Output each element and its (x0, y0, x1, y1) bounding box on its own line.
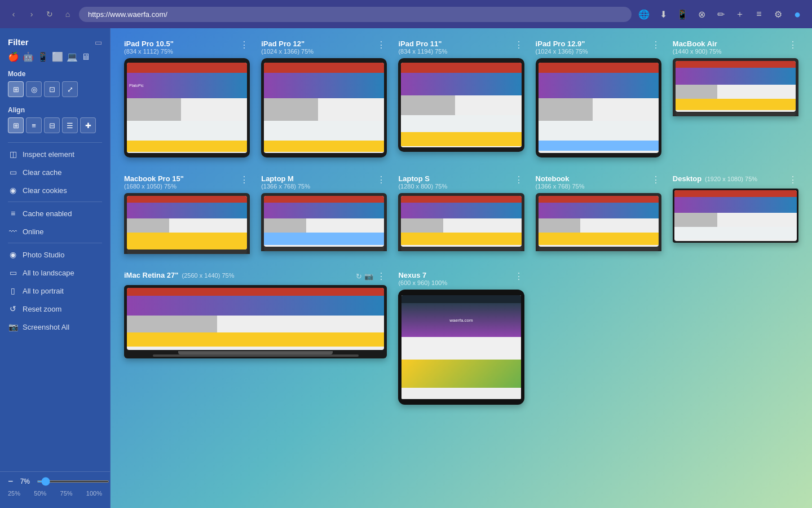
add-tab-button[interactable]: ＋ (732, 6, 748, 22)
device-preview-macbook-air[interactable] (673, 58, 798, 116)
device-preview-imac-retina-27[interactable] (124, 285, 387, 358)
address-bar[interactable] (79, 7, 632, 22)
settings-button[interactable]: ⚙ (770, 6, 786, 22)
clear-cache-icon: ▭ (8, 167, 18, 177)
device-menu-ipad-pro-11[interactable]: ⋮ (513, 40, 524, 50)
nav-refresh-button[interactable]: ↻ (43, 7, 56, 21)
device-menu-laptop-m[interactable]: ⋮ (376, 174, 387, 185)
sidebar-item-clear-cache[interactable]: ▭ Clear cache (0, 163, 110, 181)
zoom-minus-button[interactable]: − (8, 476, 13, 487)
extensions-button[interactable]: 🌐 (636, 6, 652, 22)
device-menu-ipad-pro-10-5[interactable]: ⋮ (239, 40, 250, 50)
device-preview-ipad-pro-12-9[interactable] (536, 58, 661, 157)
device-preview-laptop-m[interactable] (261, 193, 387, 251)
nav-back-button[interactable]: ‹ (7, 7, 20, 21)
nav-home-button[interactable]: ⌂ (61, 7, 74, 21)
device-dims-laptop-s: (1280 x 800) 75% (398, 183, 447, 190)
sidebar-item-label-clear-cookies: Clear cookies (23, 186, 67, 195)
device-name-laptop-s: Laptop S (398, 174, 447, 183)
menu-button[interactable]: ≡ (751, 6, 767, 22)
device-preview-macbook-pro-15[interactable] (124, 193, 250, 254)
device-dims-ipad-pro-12-9: (1024 x 1366) 75% (536, 48, 588, 55)
sidebar-item-screenshot-all[interactable]: 📷 Screenshot All (0, 318, 110, 336)
responsive-button[interactable]: 📱 (674, 6, 690, 22)
device-preview-ipad-pro-11[interactable] (398, 58, 524, 152)
align-two-col-button[interactable]: ⊟ (44, 117, 60, 133)
sidebar-collapse-button[interactable]: ▭ (95, 38, 102, 47)
nav-forward-button[interactable]: › (25, 7, 38, 21)
device-menu-ipad-pro-12-9[interactable]: ⋮ (650, 40, 661, 50)
sidebar-item-online[interactable]: 〰 Online (0, 222, 110, 240)
align-grid-button[interactable]: ⊞ (8, 117, 24, 133)
device-dims-laptop-m: (1366 x 768) 75% (261, 183, 310, 190)
sidebar-item-label-cache-enabled: Cache enabled (23, 209, 72, 218)
device-menu-notebook[interactable]: ⋮ (650, 174, 661, 185)
sidebar-item-clear-cookies[interactable]: ◉ Clear cookies (0, 181, 110, 199)
rotate-icon-imac[interactable]: ↻ (356, 272, 362, 281)
device-menu-imac[interactable]: ⋮ (376, 271, 387, 282)
align-buttons: ⊞ ≡ ⊟ ☰ ✚ (0, 117, 110, 140)
device-menu-nexus-7[interactable]: ⋮ (513, 271, 524, 282)
tablet-filter-icon[interactable]: ⬜ (52, 51, 63, 62)
phone-filter-icon[interactable]: 📱 (37, 51, 48, 62)
android-filter-icon[interactable]: 🤖 (23, 51, 34, 62)
mode-target-button[interactable]: ◎ (26, 81, 42, 97)
sidebar-item-inspect[interactable]: ◫ Inspect element (0, 145, 110, 163)
device-menu-macbook-air[interactable]: ⋮ (787, 40, 798, 50)
device-preview-notebook[interactable] (536, 193, 661, 251)
align-add-button[interactable]: ✚ (80, 117, 96, 133)
sidebar-item-all-portrait[interactable]: ▯ All to portrait (0, 282, 110, 300)
device-header-laptop-s: Laptop S (1280 x 800) 75% ⋮ (398, 174, 524, 190)
device-card-desktop: Desktop (1920 x 1080) 75% ⋮ (673, 174, 798, 254)
align-list-button[interactable]: ☰ (62, 117, 78, 133)
device-menu-ipad-pro-12[interactable]: ⋮ (376, 40, 387, 50)
device-preview-laptop-s[interactable] (398, 193, 524, 251)
sidebar-item-reset-zoom[interactable]: ↺ Reset zoom (0, 300, 110, 318)
device-name-macbook-air: MacBook Air (673, 40, 722, 48)
device-preview-nexus-7[interactable]: waerfa.com (398, 290, 524, 405)
filter-title: Filter (8, 37, 29, 47)
device-name-ipad-pro-10-5: iPad Pro 10.5" (124, 40, 174, 48)
device-preview-ipad-pro-12[interactable] (261, 58, 387, 157)
device-menu-laptop-s[interactable]: ⋮ (513, 174, 524, 185)
mode-grid-button[interactable]: ⊞ (8, 81, 24, 97)
cache-enabled-icon: ≡ (8, 208, 18, 218)
device-preview-ipad-pro-10-5[interactable]: PlatoPic (124, 58, 250, 157)
device-card-imac-retina-27: iMac Retina 27" (2560 x 1440) 75% ↻ 📷 ⋮ (124, 271, 387, 405)
zoom-marker-100: 100% (86, 490, 102, 497)
laptop-filter-icon[interactable]: 💻 (67, 51, 78, 62)
device-menu-macbook-pro-15[interactable]: ⋮ (239, 174, 250, 185)
sidebar-item-cache-enabled[interactable]: ≡ Cache enabled (0, 204, 110, 222)
sidebar-item-all-landscape[interactable]: ▭ All to landscape (0, 264, 110, 282)
sidebar-item-label-online: Online (23, 227, 44, 236)
screenshot-icon-imac[interactable]: 📷 (364, 272, 373, 281)
desktop-filter-icon[interactable]: 🖥 (81, 52, 90, 62)
browser-chrome: ‹ › ↻ ⌂ 🌐 ⬇ 📱 ⊗ ✏ ＋ ≡ ⚙ ● (0, 0, 812, 28)
device-dims-desktop: (1920 x 1080) 75% (705, 176, 757, 182)
mode-fit-button[interactable]: ⊡ (44, 81, 60, 97)
device-actions-imac: ↻ 📷 ⋮ (356, 271, 387, 282)
device-card-laptop-s: Laptop S (1280 x 800) 75% ⋮ (398, 174, 524, 254)
device-preview-desktop[interactable] (673, 189, 798, 243)
device-name-desktop: Desktop (673, 174, 701, 183)
device-dims-ipad-pro-12: (1024 x 1366) 75% (261, 48, 314, 55)
all-landscape-icon: ▭ (8, 268, 18, 278)
download-button[interactable]: ⬇ (655, 6, 671, 22)
close-tab-button[interactable]: ⊗ (694, 6, 709, 22)
apple-filter-icon[interactable]: 🍎 (8, 51, 19, 62)
align-center-button[interactable]: ≡ (26, 117, 42, 133)
device-dims-imac-retina-27: (2560 x 1440) 75% (182, 272, 234, 279)
devices-grid: iPad Pro 10.5" (834 x 1112) 75% ⋮ PlatoP… (124, 40, 798, 405)
user-button[interactable]: ● (789, 6, 805, 22)
mode-expand-button[interactable]: ⤢ (62, 81, 78, 97)
device-menu-desktop[interactable]: ⋮ (787, 174, 798, 185)
device-header-ipad-pro-11: iPad Pro 11" (834 x 1194) 75% ⋮ (398, 40, 524, 55)
photo-studio-icon: ◉ (8, 249, 18, 260)
zoom-slider[interactable] (37, 480, 109, 483)
edit-button[interactable]: ✏ (713, 6, 729, 22)
sidebar-item-photo-studio[interactable]: ◉ Photo Studio (0, 246, 110, 264)
sidebar-divider-1 (8, 142, 102, 143)
sidebar: Filter ▭ 🍎 🤖 📱 ⬜ 💻 🖥 Mode ⊞ ◎ ⊡ ⤢ Align … (0, 28, 111, 508)
sidebar-item-label-screenshot-all: Screenshot All (23, 323, 69, 331)
main-layout: Filter ▭ 🍎 🤖 📱 ⬜ 💻 🖥 Mode ⊞ ◎ ⊡ ⤢ Align … (0, 28, 812, 508)
